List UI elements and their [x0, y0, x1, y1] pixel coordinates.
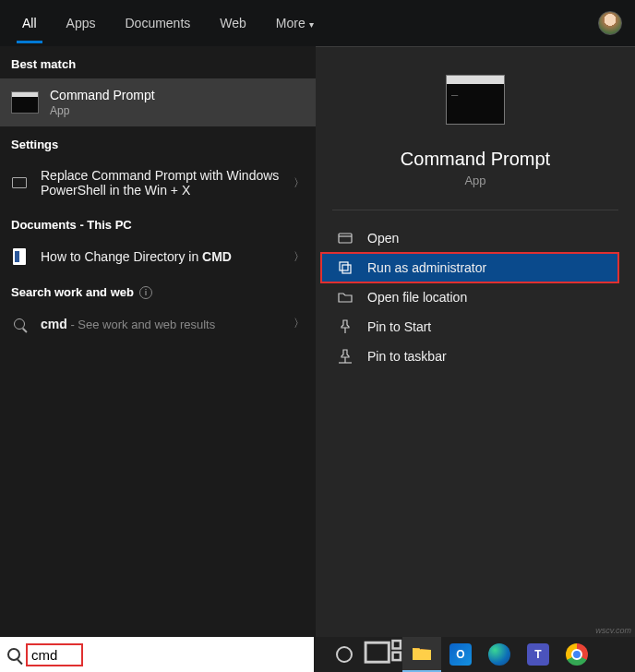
search-icon — [14, 318, 25, 330]
action-pin-start[interactable]: Pin to Start — [316, 312, 635, 342]
watermark: wscv.com — [595, 626, 631, 635]
action-run-as-admin[interactable]: Run as administrator — [321, 253, 618, 282]
tab-more[interactable]: More▾ — [263, 3, 327, 43]
word-doc-icon — [13, 248, 26, 265]
search-icon — [7, 648, 20, 661]
chevron-right-icon: 〉 — [294, 249, 305, 265]
settings-result-label: Replace Command Prompt with Windows Powe… — [41, 168, 281, 198]
action-label: Pin to Start — [367, 319, 431, 334]
taskview-icon — [364, 639, 402, 670]
action-open-location[interactable]: Open file location — [316, 282, 635, 312]
action-pin-taskbar[interactable]: Pin to taskbar — [316, 342, 635, 371]
file-explorer-button[interactable] — [402, 637, 441, 672]
taskbar: O T — [0, 637, 635, 672]
best-match-label: Best match — [0, 46, 316, 78]
chevron-right-icon: 〉 — [294, 316, 305, 331]
folder-icon — [338, 290, 353, 305]
detail-title: Command Prompt — [334, 149, 617, 170]
task-view-button[interactable] — [364, 637, 402, 672]
outlook-icon: O — [449, 643, 472, 666]
svg-rect-1 — [340, 262, 348, 270]
svg-rect-4 — [392, 641, 400, 648]
result-title: Command Prompt — [50, 88, 155, 102]
teams-icon: T — [527, 643, 549, 666]
chevron-down-icon: ▾ — [309, 19, 314, 30]
action-label: Open file location — [367, 290, 467, 305]
document-result-label: How to Change Directory in CMD — [41, 249, 281, 264]
circle-icon — [336, 646, 353, 663]
document-result[interactable]: How to Change Directory in CMD 〉 — [0, 239, 316, 274]
tab-apps[interactable]: Apps — [54, 3, 109, 43]
detail-pane: Command Prompt App Open Run as administr… — [316, 46, 635, 637]
settings-label: Settings — [0, 126, 316, 159]
edge-button[interactable] — [480, 637, 519, 672]
command-prompt-icon — [446, 75, 505, 125]
action-label: Open — [367, 231, 399, 246]
tab-web[interactable]: Web — [207, 3, 259, 43]
tab-all[interactable]: All — [9, 3, 50, 43]
search-header: All Apps Documents Web More▾ — [0, 0, 635, 46]
outlook-button[interactable]: O — [441, 637, 480, 672]
web-result[interactable]: cmd - See work and web results 〉 — [0, 306, 316, 341]
documents-label: Documents - This PC — [0, 207, 316, 239]
svg-rect-0 — [339, 234, 352, 243]
open-icon — [338, 231, 353, 246]
action-open[interactable]: Open — [316, 223, 635, 253]
best-match-result[interactable]: Command Prompt App — [0, 78, 316, 126]
action-label: Pin to taskbar — [367, 349, 447, 364]
divider — [332, 210, 618, 210]
pin-taskbar-icon — [338, 349, 353, 364]
filter-tabs: All Apps Documents Web More▾ — [9, 3, 327, 43]
tab-documents[interactable]: Documents — [112, 3, 203, 43]
taskbar-search[interactable] — [0, 637, 314, 672]
svg-rect-3 — [365, 642, 389, 662]
user-avatar[interactable] — [598, 11, 622, 35]
folder-icon — [412, 645, 432, 662]
monitor-icon — [12, 177, 27, 188]
svg-rect-5 — [392, 653, 400, 660]
svg-rect-2 — [342, 265, 351, 273]
settings-result[interactable]: Replace Command Prompt with Windows Powe… — [0, 159, 316, 207]
cortana-button[interactable] — [325, 637, 364, 672]
chrome-icon — [566, 643, 588, 666]
action-label: Run as administrator — [367, 260, 486, 275]
result-subtitle: App — [50, 104, 155, 117]
pin-icon — [338, 319, 353, 334]
chevron-right-icon: 〉 — [294, 175, 305, 191]
web-result-label: cmd - See work and web results — [41, 317, 281, 331]
search-web-label: Search work and web i — [0, 274, 316, 306]
main-content: Best match Command Prompt App Settings R… — [0, 46, 635, 637]
edge-icon — [488, 643, 510, 666]
info-icon[interactable]: i — [139, 286, 152, 299]
shield-icon — [338, 260, 353, 275]
results-pane: Best match Command Prompt App Settings R… — [0, 46, 316, 637]
teams-button[interactable]: T — [519, 637, 557, 672]
command-prompt-icon — [11, 91, 39, 114]
search-input[interactable] — [31, 647, 78, 663]
detail-subtitle: App — [334, 174, 617, 187]
chrome-button[interactable] — [557, 637, 596, 672]
